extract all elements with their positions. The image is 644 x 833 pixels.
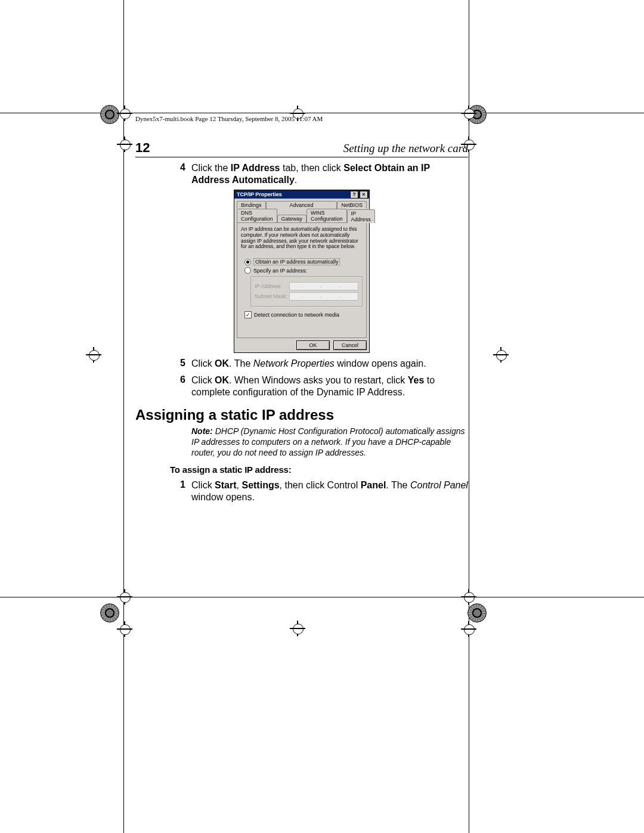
checkbox-label: Detect connection to network media — [254, 312, 339, 318]
tabs: Bindings Advanced NetBIOS DNS Configurat… — [234, 199, 369, 338]
tab-advanced[interactable]: Advanced — [266, 201, 338, 209]
crop-tick-icon — [117, 106, 132, 121]
step-number: 5 — [135, 358, 191, 370]
ip-fields-group: IP Address: . . . Subnet Mask: . . . — [250, 276, 363, 306]
subnet-mask-input[interactable]: . . . — [289, 292, 358, 301]
text: . — [295, 175, 297, 185]
bold: Settings — [242, 480, 279, 490]
detect-connection-checkbox[interactable]: ✓ Detect connection to network media — [244, 311, 363, 318]
radio-unselected-icon — [244, 267, 251, 274]
tab-wins-configuration[interactable]: WINS Configuration — [306, 209, 347, 222]
step-text: Click the IP Address tab, then click Sel… — [191, 162, 468, 186]
tab-ip-address[interactable]: IP Address — [347, 209, 375, 223]
crop-tick-icon — [86, 347, 101, 363]
tab-netbios[interactable]: NetBIOS — [337, 201, 367, 209]
tab-bindings[interactable]: Bindings — [237, 201, 266, 209]
checkbox-checked-icon: ✓ — [244, 311, 252, 318]
step-text: Click OK. The Network Properties window … — [191, 358, 468, 370]
note-lead: Note: — [191, 426, 213, 436]
text: tab, then click — [280, 163, 344, 173]
step-text: Click OK. When Windows asks you to resta… — [191, 374, 468, 398]
crop-tick-icon — [117, 589, 132, 605]
dialog-image: TCP/IP Properties ? × Bindings Advanced … — [135, 190, 468, 353]
page-number: 12 — [135, 140, 150, 156]
dialog-title: TCP/IP Properties — [237, 191, 282, 197]
bold: Start — [215, 480, 236, 490]
crop-line — [469, 0, 469, 833]
radio-label: Obtain an IP address automatically — [253, 258, 340, 265]
text: window opens. — [191, 492, 255, 502]
crop-tick-icon — [461, 589, 476, 605]
manual-page: Dynex5x7-multi.book Page 12 Thursday, Se… — [0, 0, 644, 833]
ok-button[interactable]: OK — [296, 340, 330, 350]
radio-selected-icon — [244, 259, 251, 265]
page-header: 12 Setting up the network card — [135, 140, 468, 157]
page-content: Dynex5x7-multi.book Page 12 Thursday, Se… — [135, 115, 468, 503]
text: . The — [229, 358, 253, 368]
tabs-row-2: DNS Configuration Gateway WINS Configura… — [237, 209, 367, 222]
tabs-row-1: Bindings Advanced NetBIOS — [237, 201, 367, 209]
bold: OK — [215, 358, 229, 368]
step-4: 4 Click the IP Address tab, then click S… — [135, 162, 468, 186]
tab-gateway[interactable]: Gateway — [277, 215, 307, 222]
italic: Network Properties — [253, 358, 335, 368]
section-title: Setting up the network card — [343, 142, 468, 155]
italic: Control Panel — [410, 480, 468, 490]
tcpip-properties-dialog: TCP/IP Properties ? × Bindings Advanced … — [234, 190, 370, 353]
text: , then click Control — [280, 480, 361, 490]
close-button[interactable]: × — [360, 191, 368, 199]
cancel-button[interactable]: Cancel — [333, 340, 367, 350]
subhead: To assign a static IP address: — [170, 465, 468, 475]
dialog-buttons: OK Cancel — [234, 338, 369, 352]
help-button[interactable]: ? — [350, 191, 358, 199]
crop-tick-icon — [493, 347, 509, 363]
ip-description: An IP address can be automatically assig… — [241, 227, 363, 250]
crop-line — [0, 597, 644, 597]
step-5: 5 Click OK. The Network Properties windo… — [135, 358, 468, 370]
ip-address-input[interactable]: . . . — [289, 282, 358, 290]
step-text: Click Start, Settings, then click Contro… — [191, 479, 468, 503]
registration-mark-icon — [100, 603, 119, 623]
crop-line — [123, 0, 124, 833]
crop-tick-icon — [117, 621, 132, 637]
bold: OK — [215, 375, 229, 385]
dialog-titlebar: TCP/IP Properties ? × — [234, 190, 369, 199]
crop-tick-icon — [290, 621, 305, 636]
step-1b: 1 Click Start, Settings, then click Cont… — [135, 479, 468, 503]
field-label: IP Address: — [255, 283, 289, 289]
bold: IP Address — [231, 163, 280, 173]
text: Click the — [191, 163, 231, 173]
note-block: Note: DHCP (Dynamic Host Configuration P… — [191, 426, 468, 459]
tab-panel: An IP address can be automatically assig… — [237, 222, 367, 338]
text: . When Windows asks you to restart, clic… — [229, 375, 408, 385]
bold: Yes — [408, 375, 425, 385]
step-number: 4 — [135, 162, 191, 186]
bold: Panel — [361, 480, 386, 490]
text: Click — [191, 480, 215, 490]
step-number: 1 — [135, 479, 191, 503]
text: Click — [191, 358, 215, 368]
radio-label: Specify an IP address: — [253, 268, 307, 274]
subnet-mask-row: Subnet Mask: . . . — [255, 292, 358, 301]
heading-assigning-static-ip: Assigning a static IP address — [135, 407, 468, 423]
bookline: Dynex5x7-multi.book Page 12 Thursday, Se… — [135, 115, 468, 122]
field-label: Subnet Mask: — [255, 293, 289, 299]
radio-specify[interactable]: Specify an IP address: — [244, 267, 363, 274]
crop-line — [0, 113, 644, 113]
radio-obtain-auto[interactable]: Obtain an IP address automatically — [244, 258, 363, 265]
crop-tick-icon — [117, 137, 132, 152]
ip-address-row: IP Address: . . . — [255, 282, 358, 290]
note-body: DHCP (Dynamic Host Configuration Protoco… — [191, 426, 465, 457]
step-number: 6 — [135, 374, 191, 398]
step-6: 6 Click OK. When Windows asks you to res… — [135, 374, 468, 398]
registration-mark-icon — [467, 603, 487, 623]
text: . The — [386, 480, 410, 490]
text: Click — [191, 375, 215, 385]
text: window opens again. — [335, 358, 426, 368]
crop-tick-icon — [461, 621, 476, 637]
tab-dns-configuration[interactable]: DNS Configuration — [237, 209, 277, 222]
